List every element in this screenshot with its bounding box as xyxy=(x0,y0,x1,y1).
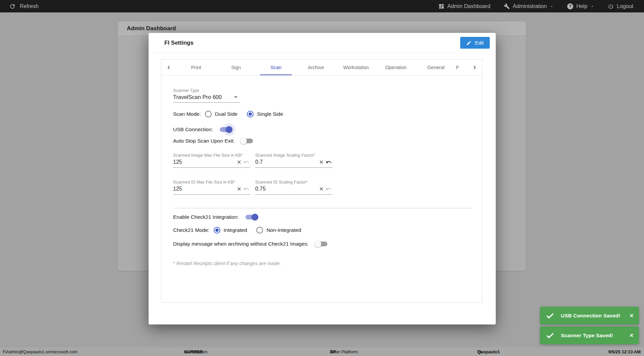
refresh-label: Refresh xyxy=(20,3,39,9)
auto-stop-row: Auto Stop Scan Upon Exit: xyxy=(173,136,473,146)
tab-archive[interactable]: Archive xyxy=(296,59,336,75)
edit-button-label: Edit xyxy=(475,40,484,46)
clear-icon[interactable] xyxy=(318,185,325,193)
top-navigation-bar: Refresh Admin Dashboard Administration ?… xyxy=(0,0,644,12)
chevron-right-icon xyxy=(471,64,478,71)
check21-mode-row: Check21 Mode: Integrated Non-Integrated xyxy=(173,226,473,235)
tab-print-label: Print xyxy=(191,65,201,70)
undo-icon[interactable] xyxy=(243,158,250,166)
scanned-id-max-size-input[interactable] xyxy=(173,186,235,192)
toggle-thumb xyxy=(252,214,258,220)
scanned-image-max-size-field: Scanned Image Max File Size in KB* xyxy=(173,153,250,168)
toast-container: USB Connection Saved! ✕ Scanner Type Sav… xyxy=(540,307,639,344)
tab-print[interactable]: Print xyxy=(176,59,216,75)
dual-side-label: Dual Side xyxy=(215,111,237,117)
tab-workstation[interactable]: Workstation xyxy=(336,59,376,75)
scanned-image-scaling-label: Scanned Image Scaling Factor* xyxy=(255,153,332,158)
section-divider xyxy=(173,208,473,208)
clear-icon[interactable] xyxy=(235,158,243,166)
single-side-label: Single Side xyxy=(257,111,283,117)
check21-label: Enable Check21 Integration: xyxy=(173,214,239,220)
status-fi: FI: Qaxpauto1 xyxy=(477,349,500,354)
tabs-scroll-left-button[interactable] xyxy=(161,59,176,75)
tab-archive-label: Archive xyxy=(308,65,324,70)
check-icon xyxy=(546,312,554,320)
toast-scanner-type-saved: Scanner Type Saved! ✕ xyxy=(540,326,639,344)
display-message-toggle[interactable] xyxy=(315,241,327,247)
tab-scan[interactable]: Scan xyxy=(256,59,296,75)
scanned-id-scaling-field: Scanned ID Scaling Factor* xyxy=(255,180,332,195)
scan-tab-content: Scanner Type TravelScan Pro 600 Scan Mod… xyxy=(161,75,482,266)
display-message-label: Display message when archiving without C… xyxy=(173,241,309,247)
workstation-label: Workstation: xyxy=(184,349,208,354)
scanner-type-select[interactable]: Scanner Type TravelScan Pro 600 xyxy=(173,88,240,103)
tab-operation[interactable]: Operation xyxy=(376,59,416,75)
administration-menu[interactable]: Administration xyxy=(504,3,554,9)
dashboard-icon xyxy=(438,3,444,9)
toast-message: Scanner Type Saved! xyxy=(561,333,613,339)
toggle-thumb xyxy=(240,138,247,144)
settings-panel: Print Sign Scan Archive Workstation Oper… xyxy=(161,59,482,303)
background-page-title: Admin Dashboard xyxy=(127,25,176,32)
status-teller-platform: Teller Platform: XP xyxy=(330,349,335,354)
scanned-id-scaling-input[interactable] xyxy=(255,186,318,192)
radio-checked-icon xyxy=(247,111,254,117)
undo-icon[interactable] xyxy=(243,185,250,193)
usb-connection-row: USB Connection: xyxy=(173,125,473,134)
toggle-thumb xyxy=(315,241,321,247)
check21-mode-non-integrated-option[interactable]: Non-Integrated xyxy=(256,227,301,234)
tab-partial[interactable]: P xyxy=(456,59,467,75)
scan-mode-label: Scan Mode: xyxy=(173,111,201,117)
usb-connection-label: USB Connection: xyxy=(173,126,213,133)
toast-usb-connection-saved: USB Connection Saved! ✕ xyxy=(540,307,639,324)
check21-toggle[interactable] xyxy=(246,214,258,220)
close-icon[interactable]: ✕ xyxy=(629,333,634,339)
logout-button[interactable]: Logout xyxy=(608,3,633,9)
tabs-scroll-right-button[interactable] xyxy=(467,59,482,75)
help-menu[interactable]: ? Help xyxy=(567,3,594,9)
chevron-down-icon xyxy=(590,4,594,8)
tab-operation-label: Operation xyxy=(385,65,407,70)
scanned-image-max-size-input[interactable] xyxy=(173,159,235,165)
undo-icon[interactable] xyxy=(325,185,332,193)
tab-workstation-label: Workstation xyxy=(343,65,369,70)
scanned-image-scaling-input[interactable] xyxy=(255,159,318,165)
tab-sign[interactable]: Sign xyxy=(216,59,256,75)
close-icon[interactable]: ✕ xyxy=(629,313,634,319)
tab-general-label: General xyxy=(427,65,445,70)
scanner-type-value: TravelScan Pro 600 xyxy=(173,94,222,100)
display-message-row: Display message when archiving without C… xyxy=(173,239,473,249)
scan-mode-row: Scan Mode: Dual Side Single Side xyxy=(173,111,473,117)
modal-header: FI Settings Edit xyxy=(149,33,496,53)
check21-mode-integrated-option[interactable]: Integrated xyxy=(214,227,247,234)
clear-icon[interactable] xyxy=(235,185,243,193)
tab-general[interactable]: General xyxy=(416,59,456,75)
clear-icon[interactable] xyxy=(318,158,325,166)
help-label: Help xyxy=(576,3,587,9)
toast-message: USB Connection Saved! xyxy=(561,313,620,319)
refresh-button[interactable]: Refresh xyxy=(0,3,39,10)
wrench-icon xyxy=(504,3,510,9)
power-icon xyxy=(608,3,614,9)
tab-partial-label: P xyxy=(456,65,459,70)
auto-stop-toggle[interactable] xyxy=(241,138,253,144)
scan-mode-single-side-option[interactable]: Single Side xyxy=(247,111,283,117)
radio-unchecked-icon xyxy=(205,111,212,117)
scan-mode-dual-side-option[interactable]: Dual Side xyxy=(205,111,237,117)
auto-stop-label: Auto Stop Scan Upon Exit: xyxy=(173,138,235,144)
undo-icon[interactable] xyxy=(325,158,332,166)
admin-dashboard-nav[interactable]: Admin Dashboard xyxy=(438,3,490,9)
chevron-left-icon xyxy=(165,64,172,71)
scanned-id-max-size-label: Scanned ID Max File Size in KB* xyxy=(173,180,250,185)
administration-label: Administration xyxy=(513,3,547,9)
scanner-type-label: Scanner Type xyxy=(173,88,240,93)
usb-connection-toggle[interactable] xyxy=(220,126,232,133)
scanned-id-max-size-field: Scanned ID Max File Size in KB* xyxy=(173,180,250,195)
integrated-label: Integrated xyxy=(224,227,247,233)
tab-scan-label: Scan xyxy=(270,65,281,70)
check21-mode-label: Check21 Mode: xyxy=(173,227,210,233)
status-user-email: FiAdmin@Qaxpauto1.onmicrosoft.com xyxy=(3,349,77,354)
edit-button[interactable]: Edit xyxy=(460,37,490,49)
admin-dashboard-label: Admin Dashboard xyxy=(447,3,490,9)
radio-checked-icon xyxy=(214,227,220,234)
